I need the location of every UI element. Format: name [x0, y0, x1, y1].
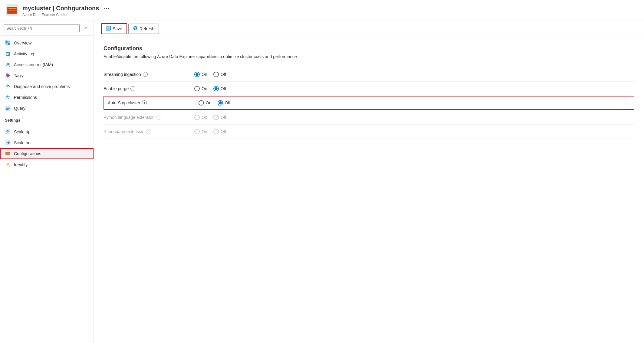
sidebar-item-query[interactable]: Query — [0, 103, 94, 114]
svg-rect-19 — [6, 107, 10, 107]
configurations-icon — [5, 151, 11, 157]
svg-rect-7 — [8, 41, 10, 43]
svg-point-15 — [7, 74, 8, 75]
auto-stop-on-option[interactable]: On — [199, 100, 212, 106]
python-extension-info-icon[interactable]: i — [156, 115, 161, 120]
streaming-ingestion-on-radio[interactable] — [194, 72, 200, 77]
r-extension-on-radio — [194, 129, 200, 134]
r-extension-info-icon[interactable]: i — [146, 129, 151, 134]
auto-stop-on-radio[interactable] — [199, 100, 204, 106]
svg-rect-12 — [6, 54, 8, 55]
sidebar-item-label: Diagnose and solve problems — [14, 84, 70, 89]
sidebar-item-diagnose[interactable]: Diagnose and solve problems — [0, 81, 94, 92]
sidebar-item-tags[interactable]: Tags — [0, 70, 94, 81]
svg-rect-5 — [8, 11, 16, 13]
search-input[interactable] — [4, 24, 80, 32]
refresh-icon — [133, 26, 138, 32]
r-extension-off-option: Off — [213, 129, 226, 134]
sidebar-item-label: Activity log — [14, 51, 34, 56]
sidebar-item-label: Identity — [14, 162, 28, 167]
streaming-ingestion-off-radio[interactable] — [213, 72, 219, 77]
sidebar-item-label: Scale out — [14, 140, 31, 145]
refresh-button[interactable]: Refresh — [128, 24, 159, 34]
sidebar-item-access-control[interactable]: Access control (IAM) — [0, 59, 94, 70]
sidebar-item-label: Access control (IAM) — [14, 62, 53, 67]
svg-rect-27 — [6, 153, 10, 155]
svg-rect-21 — [6, 109, 8, 110]
enable-purge-on-radio[interactable] — [194, 86, 200, 91]
scale-out-icon — [5, 140, 11, 146]
enable-purge-row: Enable purge i On Off — [104, 82, 634, 96]
svg-point-28 — [7, 163, 9, 165]
python-extension-row: Python language extension i On Off — [104, 110, 634, 125]
header-text: mycluster | Configurations ⋯ Azure Data … — [22, 4, 112, 17]
svg-rect-10 — [6, 52, 10, 56]
python-extension-on-label: On — [202, 115, 207, 120]
auto-stop-on-label: On — [206, 100, 212, 105]
sidebar-item-configurations[interactable]: Configurations — [0, 148, 94, 159]
enable-purge-label: Enable purge i — [104, 86, 194, 91]
svg-rect-31 — [107, 28, 110, 30]
sidebar-item-scale-out[interactable]: Scale out — [0, 137, 94, 148]
svg-rect-9 — [8, 43, 10, 45]
sidebar-item-permissions[interactable]: Permissions — [0, 92, 94, 103]
enable-purge-radio-group: On Off — [194, 86, 226, 91]
enable-purge-off-option[interactable]: Off — [213, 86, 226, 91]
svg-rect-20 — [6, 108, 10, 109]
streaming-ingestion-off-option[interactable]: Off — [213, 72, 226, 77]
more-options-button[interactable]: ⋯ — [101, 4, 112, 13]
r-extension-off-label: Off — [221, 129, 226, 134]
config-description: Enable/disable the following Azure Data … — [104, 54, 634, 59]
enable-purge-on-option[interactable]: On — [194, 86, 207, 91]
auto-stop-off-label: Off — [225, 100, 230, 105]
settings-divider — [5, 125, 89, 125]
r-extension-on-label: On — [202, 129, 207, 134]
python-extension-radio-group: On Off — [194, 115, 226, 120]
r-extension-radio-group: On Off — [194, 129, 226, 134]
streaming-ingestion-info-icon[interactable]: i — [143, 72, 148, 77]
sidebar-item-label: Scale up — [14, 129, 30, 134]
streaming-ingestion-radio-group: On Off — [194, 72, 226, 77]
collapse-button[interactable]: « — [81, 24, 90, 32]
enable-purge-info-icon[interactable]: i — [130, 86, 135, 91]
config-title: Configurations — [104, 45, 634, 52]
page-header: mycluster | Configurations ⋯ Azure Data … — [0, 0, 644, 21]
streaming-ingestion-on-option[interactable]: On — [194, 72, 207, 77]
cluster-icon — [6, 4, 18, 16]
auto-stop-label: Auto-Stop cluster i — [108, 100, 199, 105]
svg-point-14 — [8, 63, 10, 65]
python-extension-off-label: Off — [221, 115, 226, 120]
svg-rect-6 — [5, 41, 8, 43]
sidebar-item-identity[interactable]: Identity — [0, 159, 94, 170]
diagnose-icon — [5, 83, 11, 90]
settings-section-label: Settings — [0, 114, 94, 124]
sidebar-item-label: Overview — [14, 41, 31, 45]
streaming-ingestion-off-label: Off — [221, 72, 226, 77]
sidebar-item-activity-log[interactable]: Activity log — [0, 48, 94, 59]
auto-stop-info-icon[interactable]: i — [142, 100, 147, 105]
refresh-label: Refresh — [140, 26, 154, 31]
python-extension-on-option: On — [194, 115, 207, 120]
sidebar-item-overview[interactable]: Overview — [0, 38, 94, 48]
enable-purge-off-radio[interactable] — [213, 86, 219, 91]
r-extension-on-option: On — [194, 129, 207, 134]
query-icon — [5, 105, 11, 111]
save-label: Save — [113, 26, 122, 31]
save-button[interactable]: Save — [101, 23, 127, 34]
svg-rect-4 — [8, 10, 16, 11]
config-panel: Configurations Enable/disable the follow… — [94, 37, 644, 147]
r-extension-label: R language extension i — [104, 129, 194, 134]
tags-icon — [5, 73, 11, 79]
streaming-ingestion-on-label: On — [202, 72, 207, 77]
enable-purge-off-label: Off — [221, 86, 226, 91]
access-icon — [5, 62, 11, 68]
sidebar-item-scale-up[interactable]: Scale up — [0, 126, 94, 137]
sidebar-item-label: Tags — [14, 73, 23, 78]
svg-rect-3 — [8, 8, 16, 9]
auto-stop-off-radio[interactable] — [218, 100, 223, 106]
toolbar: Save Refresh — [94, 21, 644, 37]
svg-point-17 — [8, 96, 10, 97]
svg-rect-8 — [5, 43, 8, 45]
permissions-icon — [5, 94, 11, 100]
auto-stop-off-option[interactable]: Off — [218, 100, 230, 106]
